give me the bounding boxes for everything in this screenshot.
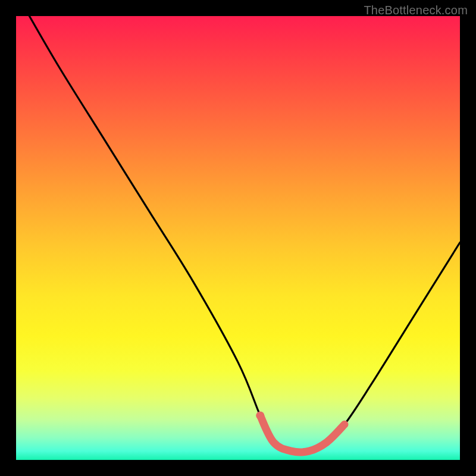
bottleneck-curve (16, 16, 460, 460)
curve-path (29, 16, 460, 452)
watermark-text: TheBottleneck.com (364, 4, 468, 17)
highlight-start-dot (256, 411, 264, 419)
chart-frame: TheBottleneck.com (0, 0, 476, 476)
optimal-region-highlight (260, 415, 345, 452)
